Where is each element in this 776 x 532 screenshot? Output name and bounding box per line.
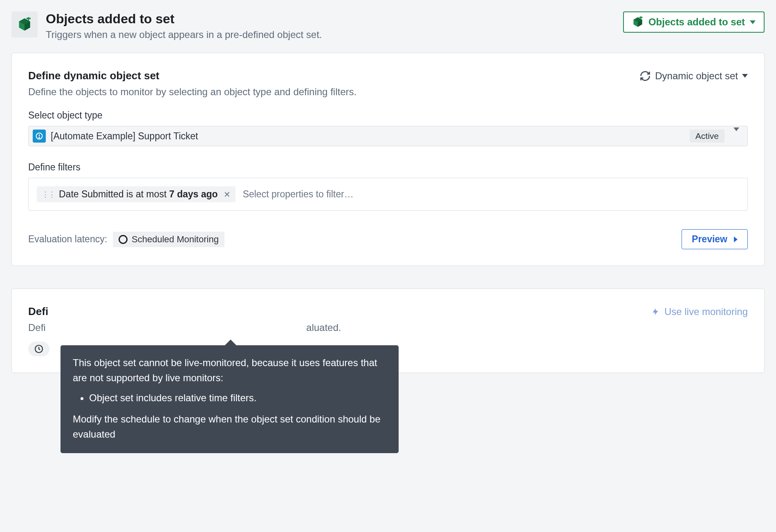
evaluation-latency-badge[interactable]: Scheduled Monitoring — [113, 232, 224, 247]
schedule-title: Defi — [28, 305, 48, 318]
trigger-subtitle: Triggers when a new object appears in a … — [46, 29, 322, 40]
object-type-selector[interactable]: [Automate Example] Support Ticket Active — [28, 126, 748, 146]
object-set-mode-label: Dynamic object set — [655, 70, 738, 82]
filter-placeholder: Select properties to filter… — [243, 189, 354, 200]
filters-input[interactable]: ⋮⋮ Date Submitted is at most 7 days ago … — [28, 178, 748, 211]
schedule-description: Defi xxxxxxxxxxxxxxxxxxxxxxxxxxxxxxxxxxx… — [28, 322, 748, 333]
section-title: Define dynamic object set — [28, 69, 159, 82]
chevron-down-icon — [742, 74, 748, 78]
evaluation-latency-label: Evaluation latency: — [28, 234, 107, 245]
preview-button[interactable]: Preview — [682, 229, 748, 249]
filter-chip[interactable]: ⋮⋮ Date Submitted is at most 7 days ago … — [37, 186, 235, 202]
chevron-right-icon — [734, 237, 738, 242]
cube-plus-icon — [17, 17, 32, 32]
trigger-title: Objects added to set — [46, 11, 322, 27]
cube-plus-icon — [632, 16, 644, 28]
clock-icon — [34, 344, 44, 354]
tooltip-intro: This object set cannot be live-monitored… — [73, 355, 386, 384]
section-header: Define dynamic object set Dynamic object… — [28, 69, 748, 82]
latency-tooltip: This object set cannot be live-monitored… — [61, 345, 399, 384]
select-object-type-label: Select object type — [28, 110, 748, 121]
alert-circle-icon — [35, 132, 43, 140]
svg-point-6 — [39, 137, 40, 138]
chevron-down-icon — [750, 20, 756, 24]
trigger-type-dropdown[interactable]: Objects added to set — [623, 11, 765, 33]
object-type-caret[interactable] — [729, 131, 743, 141]
object-type-icon — [33, 130, 46, 143]
define-filters-label: Define filters — [28, 162, 748, 173]
lightning-icon — [651, 306, 659, 317]
remove-filter-button[interactable]: ✕ — [222, 190, 231, 199]
trigger-type-dropdown-label: Objects added to set — [648, 16, 745, 28]
object-set-mode-dropdown[interactable]: Dynamic object set — [639, 70, 748, 82]
refresh-icon — [639, 70, 651, 82]
define-object-set-card: Define dynamic object set Dynamic object… — [11, 53, 765, 266]
section-description: Define the objects to monitor by selecti… — [28, 86, 748, 98]
trigger-header: Objects added to set Triggers when a new… — [11, 11, 765, 40]
svg-rect-3 — [640, 16, 641, 19]
schedule-header: Defi Use live monitoring — [28, 305, 748, 318]
use-live-monitoring-button[interactable]: Use live monitoring — [651, 306, 748, 317]
drag-handle-icon[interactable]: ⋮⋮ — [42, 190, 55, 199]
trigger-icon — [11, 11, 38, 38]
object-type-name: [Automate Example] Support Ticket — [51, 131, 198, 142]
trigger-header-text: Objects added to set Triggers when a new… — [46, 11, 322, 40]
filter-chip-text: Date Submitted is at most 7 days ago — [59, 189, 218, 200]
object-type-status-badge: Active — [690, 130, 724, 143]
evaluation-latency-value: Scheduled Monitoring — [132, 234, 219, 245]
use-live-monitoring-label: Use live monitoring — [664, 306, 748, 317]
svg-rect-1 — [28, 17, 29, 20]
preview-button-label: Preview — [692, 234, 727, 245]
chevron-down-icon — [733, 127, 739, 141]
circle-icon — [119, 235, 128, 244]
card-footer: Evaluation latency: Scheduled Monitoring… — [28, 229, 748, 249]
schedule-chip[interactable] — [28, 342, 49, 356]
